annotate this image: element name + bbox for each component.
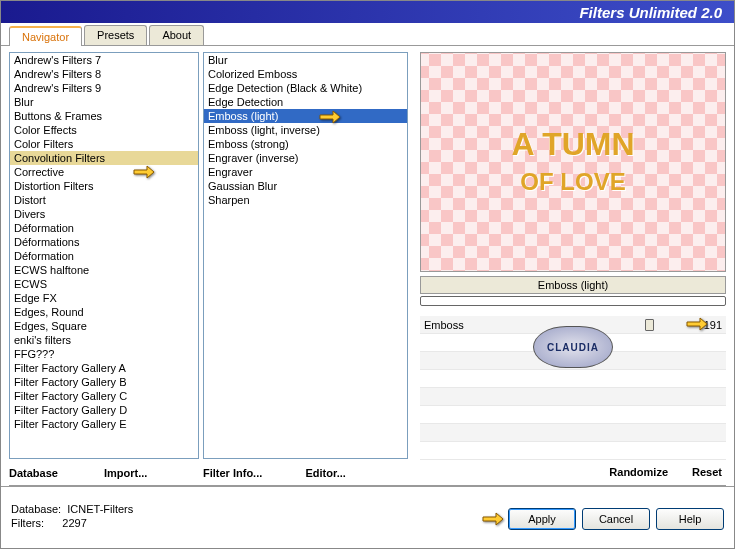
randomize-button[interactable]: Randomize <box>609 466 668 478</box>
reset-button[interactable]: Reset <box>692 466 722 478</box>
footer-info: Database: ICNET-Filters Filters: 2297 <box>11 502 133 530</box>
tab-navigator[interactable]: Navigator <box>9 26 82 46</box>
tab-strip: Navigator Presets About <box>1 25 734 46</box>
slider-thumb[interactable] <box>645 319 654 331</box>
param-row-empty <box>420 370 726 388</box>
list-item[interactable]: Déformations <box>10 235 198 249</box>
selected-filter-title: Emboss (light) <box>420 276 726 294</box>
list-item[interactable]: Engraver <box>204 165 407 179</box>
pointer-icon <box>480 509 504 529</box>
preview-line-1: A TUMN <box>511 126 634 162</box>
list-item[interactable]: Corrective <box>10 165 198 179</box>
list-item[interactable]: Filter Factory Gallery B <box>10 375 198 389</box>
list-item[interactable]: Filter Factory Gallery C <box>10 389 198 403</box>
list-item[interactable]: ECWS halftone <box>10 263 198 277</box>
list-item[interactable]: Engraver (inverse) <box>204 151 407 165</box>
app-title: Filters Unlimited 2.0 <box>579 4 722 21</box>
tab-about[interactable]: About <box>149 25 204 45</box>
list-item[interactable]: Edge Detection <box>204 95 407 109</box>
editor-button[interactable]: Editor... <box>306 465 409 481</box>
list-item[interactable]: FFG??? <box>10 347 198 361</box>
preview-image: A TUMN OF LOVE <box>420 52 726 272</box>
apply-button[interactable]: Apply <box>508 508 576 530</box>
list-item[interactable]: Colorized Emboss <box>204 67 407 81</box>
list-item[interactable]: Filter Factory Gallery D <box>10 403 198 417</box>
param-row-empty <box>420 424 726 442</box>
preview-sample-text: A TUMN OF LOVE <box>511 127 634 197</box>
list-item[interactable]: Color Filters <box>10 137 198 151</box>
list-item[interactable]: Emboss (light, inverse) <box>204 123 407 137</box>
category-list[interactable]: Andrew's Filters 7Andrew's Filters 8Andr… <box>9 52 199 459</box>
db-label: Database: <box>11 503 61 515</box>
help-button[interactable]: Help <box>656 508 724 530</box>
import-button[interactable]: Import... <box>104 465 199 481</box>
list-item[interactable]: enki's filters <box>10 333 198 347</box>
list-item[interactable]: Color Effects <box>10 123 198 137</box>
list-item[interactable]: Edge FX <box>10 291 198 305</box>
param-row-empty <box>420 406 726 424</box>
database-button[interactable]: Database <box>9 465 104 481</box>
list-item[interactable]: Blur <box>10 95 198 109</box>
list-item[interactable]: Déformation <box>10 221 198 235</box>
list-item[interactable]: Andrew's Filters 8 <box>10 67 198 81</box>
list-item[interactable]: Andrew's Filters 7 <box>10 53 198 67</box>
list-item[interactable]: Convolution Filters <box>10 151 198 165</box>
list-item[interactable]: Edges, Square <box>10 319 198 333</box>
list-item[interactable]: Déformation <box>10 249 198 263</box>
list-item[interactable]: Distortion Filters <box>10 179 198 193</box>
list-item[interactable]: Filter Factory Gallery A <box>10 361 198 375</box>
list-item[interactable]: Buttons & Frames <box>10 109 198 123</box>
filter-info-button[interactable]: Filter Info... <box>203 465 306 481</box>
list-item[interactable]: Emboss (strong) <box>204 137 407 151</box>
param-value: 191 <box>692 319 722 331</box>
filter-list[interactable]: BlurColorized EmbossEdge Detection (Blac… <box>203 52 408 459</box>
list-item[interactable]: Edges, Round <box>10 305 198 319</box>
preview-line-2: OF LOVE <box>520 168 625 195</box>
filters-label: Filters: <box>11 517 44 529</box>
list-item[interactable]: Edge Detection (Black & White) <box>204 81 407 95</box>
db-value: ICNET-Filters <box>67 503 133 515</box>
watermark-badge: CLAUDIA <box>533 326 613 368</box>
list-item[interactable]: Distort <box>10 193 198 207</box>
progress-bar <box>420 296 726 306</box>
tab-presets[interactable]: Presets <box>84 25 147 45</box>
list-item[interactable]: Blur <box>204 53 407 67</box>
list-item[interactable]: Emboss (light) <box>204 109 407 123</box>
cancel-button[interactable]: Cancel <box>582 508 650 530</box>
param-row-empty <box>420 388 726 406</box>
param-label: Emboss <box>424 319 504 331</box>
list-item[interactable]: Sharpen <box>204 193 407 207</box>
list-item[interactable]: Filter Factory Gallery E <box>10 417 198 431</box>
filters-count: 2297 <box>62 517 86 529</box>
list-item[interactable]: Gaussian Blur <box>204 179 407 193</box>
list-item[interactable]: Andrew's Filters 9 <box>10 81 198 95</box>
list-item[interactable]: Divers <box>10 207 198 221</box>
list-item[interactable]: ECWS <box>10 277 198 291</box>
param-row-empty <box>420 442 726 460</box>
title-bar: Filters Unlimited 2.0 <box>1 1 734 23</box>
